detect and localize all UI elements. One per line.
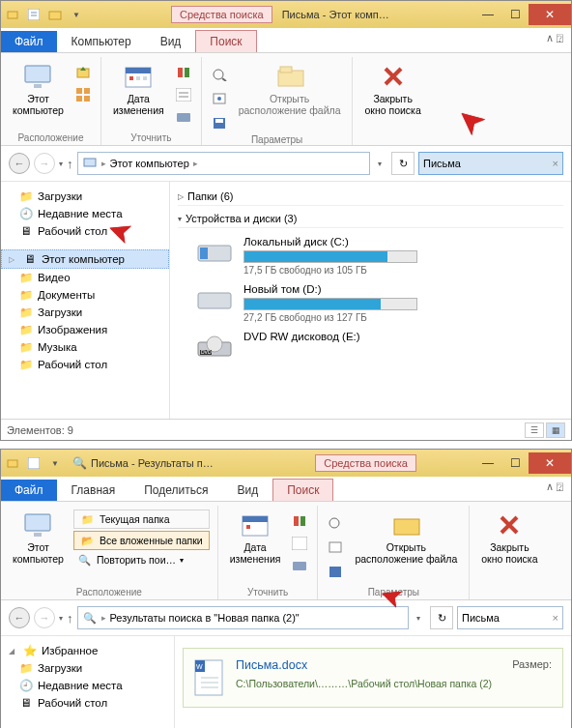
clear-search-icon[interactable]: × [553,612,558,624]
details-view-button[interactable]: ☰ [525,422,544,438]
history-dropdown[interactable]: ▾ [59,614,63,623]
date-modified-button[interactable]: Дата изменения [226,508,285,567]
this-pc-button[interactable]: Этот компьютер [9,508,68,567]
search-input[interactable] [423,158,558,169]
sidebar-item-pictures[interactable]: 📁Изображения [1,321,169,338]
breadcrumb-search-results[interactable]: Результаты поиска в "Новая папка (2)" [110,612,300,624]
close-search-button[interactable]: Закрыть окно поиска [477,508,541,567]
all-subfolders-button[interactable]: 📂Все вложенные папки [73,531,210,550]
expand-icon[interactable]: ▷ [9,255,18,264]
file-tab[interactable]: Файл [1,480,57,501]
search-result-item[interactable]: W Письма.docx C:\Пользователи\………\Рабочи… [183,648,563,708]
view-tab[interactable]: Вид [222,479,272,501]
titlebar[interactable]: ▼ Средства поиска Письма - Этот комп… — … [1,1,571,28]
search-tab[interactable]: Поиск [272,479,333,501]
search-input[interactable] [462,612,558,624]
other-filter-icon[interactable] [290,556,309,575]
sidebar-item-desktop[interactable]: 🖥Рабочий стол [1,694,174,712]
kind-filter-icon[interactable] [290,511,309,531]
close-button[interactable]: ✕ [529,4,571,25]
kind-filter-icon[interactable] [174,63,193,82]
minimize-button[interactable]: — [474,4,501,25]
open-location-button[interactable]: Открыть расположение файла [351,508,461,567]
maximize-button[interactable]: ☐ [501,452,529,474]
recent-searches-icon[interactable] [326,513,345,533]
qat-dropdown-icon[interactable]: ▼ [47,455,63,471]
drive-d[interactable]: Новый том (D:) 27,2 ГБ свободно из 127 Г… [195,283,563,323]
new-folder-icon[interactable] [47,7,63,22]
date-modified-button[interactable]: Дата изменения [109,59,168,118]
icons-view-button[interactable]: ▦ [546,422,565,438]
other-filter-icon[interactable] [174,107,193,127]
search-box[interactable]: × [418,152,563,175]
sidebar-item-downloads[interactable]: 📁Загрузки [1,659,174,677]
back-button[interactable]: ← [9,607,30,628]
up-button[interactable]: ↑ [67,157,73,171]
sidebar-item-downloads[interactable]: 📁Загрузки [1,188,169,205]
sidebar-item-videos[interactable]: 📁Видео [1,269,169,286]
devices-section-header[interactable]: ▾Устройства и диски (3) [178,210,563,228]
this-pc-button[interactable]: Этот компьютер [9,59,68,118]
ribbon-collapse[interactable]: ∧ ⍰ [546,32,563,44]
open-location-button[interactable]: Открыть расположение файла [235,59,345,118]
up-button[interactable]: ↑ [67,611,73,626]
sidebar-item-music[interactable]: 📁Музыка [1,338,169,356]
current-folder-button[interactable]: 📁Текущая папка [73,510,210,529]
save-search-icon[interactable] [326,562,345,581]
minimize-button[interactable]: — [474,452,501,474]
collapse-icon[interactable]: ▷ [178,192,184,201]
file-tab[interactable]: Файл [1,31,57,52]
properties-icon[interactable] [26,455,42,471]
titlebar[interactable]: ▼ 🔍 Письма - Результаты п… Средства поис… [1,450,571,477]
expand-icon[interactable]: ▾ [178,215,182,223]
refresh-button[interactable]: ↻ [430,606,453,629]
back-button[interactable]: ← [9,153,30,174]
close-button[interactable]: ✕ [529,452,571,474]
computer-tab[interactable]: Компьютер [57,30,146,52]
drive-dvd[interactable]: DVD DVD RW дисковод (E:) [195,331,563,364]
chevron-right-icon[interactable]: ▸ [101,159,106,168]
search-tab[interactable]: Поиск [195,30,256,52]
location-save-icon[interactable] [73,63,93,82]
addr-dropdown[interactable]: ▾ [413,614,424,623]
refresh-button[interactable]: ↻ [391,152,415,175]
address-bar[interactable]: ▸ Этот компьютер ▸ [77,152,371,175]
sidebar-item-desktop-2[interactable]: 📁Рабочий стол [1,356,169,373]
collapse-icon[interactable]: ◢ [9,647,18,655]
sidebar-item-documents[interactable]: 📁Документы [1,286,169,304]
close-search-button[interactable]: Закрыть окно поиска [360,59,424,118]
chevron-right-icon[interactable]: ▸ [101,613,106,623]
sidebar-item-recent[interactable]: 🕘Недавние места [1,205,169,222]
search-box[interactable]: × [457,606,563,629]
sidebar-item-recent[interactable]: 🕘Недавние места [1,677,174,694]
addr-dropdown[interactable]: ▾ [374,160,386,168]
ribbon-collapse[interactable]: ∧ ⍰ [546,480,563,493]
sidebar-item-this-pc[interactable]: ▷🖥Этот компьютер [1,249,169,269]
sidebar-item-downloads-2[interactable]: 📁Загрузки [1,304,169,321]
recent-searches-icon[interactable] [210,65,229,84]
home-tab[interactable]: Главная [57,479,130,501]
forward-button[interactable]: → [34,153,55,174]
folders-section-header[interactable]: ▷Папки (6) [178,188,563,206]
drive-c[interactable]: Локальный диск (C:) 17,5 ГБ свободно из … [195,236,563,276]
properties-icon[interactable] [26,7,42,22]
size-filter-icon[interactable] [290,534,309,553]
sidebar-item-favorites[interactable]: ◢⭐Избранное [1,642,174,659]
location-grid-icon[interactable] [73,85,93,104]
address-bar[interactable]: 🔍 ▸ Результаты поиска в "Новая папка (2)… [77,606,410,629]
save-search-icon[interactable] [210,113,229,132]
chevron-right-icon[interactable]: ▸ [193,159,198,168]
history-dropdown[interactable]: ▾ [59,160,63,168]
qat-dropdown-icon[interactable]: ▼ [69,7,84,22]
maximize-button[interactable]: ☐ [501,4,529,25]
breadcrumb-this-pc[interactable]: Этот компьютер [110,158,189,169]
clear-search-icon[interactable]: × [553,158,558,169]
sidebar-item-desktop[interactable]: 🖥Рабочий стол [1,222,169,240]
forward-button[interactable]: → [34,607,55,628]
advanced-options-icon[interactable] [210,89,229,108]
search-again-button[interactable]: 🔍Повторить пои…▾ [73,552,210,568]
advanced-options-icon[interactable] [326,538,345,557]
view-tab[interactable]: Вид [146,30,196,52]
share-tab[interactable]: Поделиться [129,479,222,501]
size-filter-icon[interactable] [174,85,193,104]
